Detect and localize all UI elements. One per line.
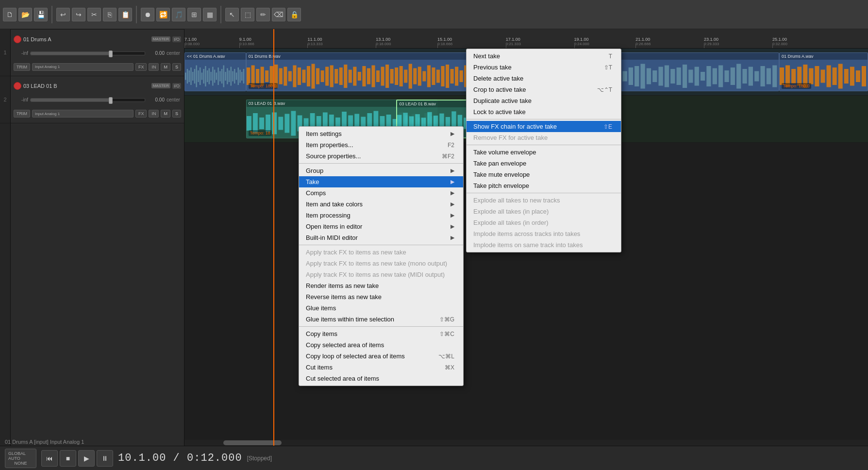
menu-item-apply-fx-mono: Apply track FX to items as new take (mon…	[299, 258, 463, 269]
menu-item-group-arrow: ▶	[451, 168, 454, 174]
menu-item-render-label: Render items as new take	[306, 282, 379, 289]
submenu-separator-1	[467, 119, 621, 119]
submenu-crop-take[interactable]: Crop to active take ⌥⌃T	[467, 84, 621, 95]
menu-item-processing[interactable]: Item processing ▶	[299, 210, 463, 221]
menu-item-glue-time-shortcut: ⇧⌘G	[439, 316, 454, 323]
menu-item-apply-fx: Apply track FX to items as new take	[299, 247, 463, 258]
submenu-pitch-env[interactable]: Take pitch envelope	[467, 180, 621, 191]
submenu-implode-same-label: Implode items on same track into takes	[473, 241, 583, 249]
menu-item-comps-label: Comps	[306, 189, 326, 197]
menu-item-colors-label: Item and take colors	[306, 201, 363, 208]
menu-item-open-editor[interactable]: Open items in editor ▶	[299, 221, 463, 232]
menu-item-cut-area[interactable]: Cut selected area of items	[299, 373, 463, 384]
submenu-explode-place: Explode all takes (in place)	[467, 206, 621, 217]
submenu-duplicate-take[interactable]: Duplicate active take	[467, 95, 621, 106]
menu-item-apply-fx-label: Apply track FX to items as new take	[306, 249, 406, 256]
menu-item-cut-items-label: Cut items	[306, 364, 333, 371]
submenu-vol-env[interactable]: Take volume envelope	[467, 147, 621, 158]
menu-item-copy-items-label: Copy items	[306, 330, 337, 337]
menu-item-copy-area[interactable]: Copy selected area of items	[299, 339, 463, 351]
menu-item-copy-area-label: Copy selected area of items	[306, 341, 384, 349]
submenu-explode-order-label: Explode all takes (in order)	[473, 219, 549, 226]
menu-item-midi-editor-arrow: ▶	[451, 235, 454, 241]
submenu-show-fx-shortcut: ⇧E	[603, 123, 612, 130]
submenu-pan-env-label: Take pan envelope	[473, 160, 526, 167]
submenu-duplicate-take-label: Duplicate active take	[473, 97, 532, 104]
menu-item-source-props-shortcut: ⌘F2	[442, 153, 454, 160]
submenu-implode-same: Implode items on same track into takes	[467, 239, 621, 251]
menu-item-properties-shortcut: F2	[448, 142, 454, 149]
menu-item-cut-items-shortcut: ⌘X	[445, 364, 454, 371]
menu-item-glue[interactable]: Glue items	[299, 302, 463, 314]
submenu-next-take[interactable]: Next take T	[467, 50, 621, 62]
menu-item-open-editor-arrow: ▶	[451, 223, 454, 230]
menu-item-glue-time-label: Glue items within time selection	[306, 316, 394, 323]
context-menu[interactable]: Item settings ▶ Item properties... F2 So…	[299, 126, 464, 386]
submenu-remove-fx: Remove FX for active take	[467, 132, 621, 143]
submenu-next-take-shortcut: T	[609, 53, 612, 60]
submenu-explode-new: Explode all takes to new tracks	[467, 195, 621, 206]
menu-item-colors-arrow: ▶	[451, 201, 454, 207]
submenu-delete-take[interactable]: Delete active take	[467, 73, 621, 84]
menu-item-take-label: Take	[306, 178, 319, 185]
menu-item-group[interactable]: Group ▶	[299, 165, 463, 176]
submenu-lock-take-label: Lock to active take	[473, 108, 526, 116]
menu-item-settings-label: Item settings	[306, 130, 342, 137]
menu-item-render[interactable]: Render items as new take	[299, 280, 463, 291]
menu-item-comps[interactable]: Comps ▶	[299, 187, 463, 199]
menu-item-midi-editor-label: Built-in MIDI editor	[306, 234, 358, 241]
menu-item-apply-fx-midi: Apply track FX to items as new take (MID…	[299, 269, 463, 280]
menu-item-settings[interactable]: Item settings ▶	[299, 128, 463, 139]
submenu-pitch-env-label: Take pitch envelope	[473, 182, 529, 189]
menu-item-copy-items-shortcut: ⇧⌘C	[439, 331, 454, 337]
menu-item-apply-fx-midi-label: Apply track FX to items as new take (MID…	[306, 271, 445, 278]
menu-item-copy-items[interactable]: Copy items ⇧⌘C	[299, 328, 463, 339]
menu-item-cut-area-label: Cut selected area of items	[306, 375, 379, 382]
submenu-crop-take-label: Crop to active take	[473, 86, 526, 93]
menu-separator-2	[299, 245, 463, 245]
menu-item-processing-label: Item processing	[306, 212, 351, 219]
menu-item-colors[interactable]: Item and take colors ▶	[299, 199, 463, 210]
menu-item-comps-arrow: ▶	[451, 190, 454, 196]
menu-item-glue-time[interactable]: Glue items within time selection ⇧⌘G	[299, 314, 463, 325]
menu-item-copy-loop[interactable]: Copy loop of selected area of items ⌥⌘L	[299, 351, 463, 362]
submenu-remove-fx-label: Remove FX for active take	[473, 134, 548, 141]
submenu-show-fx[interactable]: Show FX chain for active take ⇧E	[467, 121, 621, 132]
menu-item-open-editor-label: Open items in editor	[306, 223, 362, 230]
submenu-implode-across: Implode items across tracks into takes	[467, 228, 621, 239]
submenu-implode-across-label: Implode items across tracks into takes	[473, 230, 580, 237]
menu-item-take-arrow: ▶	[451, 179, 454, 185]
submenu-vol-env-label: Take volume envelope	[473, 149, 536, 156]
submenu-lock-take[interactable]: Lock to active take	[467, 106, 621, 118]
menu-item-glue-label: Glue items	[306, 304, 336, 312]
submenu-delete-take-label: Delete active take	[473, 75, 523, 82]
submenu-show-fx-label: Show FX chain for active take	[473, 123, 557, 130]
submenu-explode-new-label: Explode all takes to new tracks	[473, 197, 560, 204]
submenu-separator-3	[467, 193, 621, 193]
menu-item-reverse[interactable]: Reverse items as new take	[299, 291, 463, 302]
menu-item-properties[interactable]: Item properties... F2	[299, 139, 463, 151]
take-submenu[interactable]: Next take T Previous take ⇧T Delete acti…	[466, 49, 621, 252]
submenu-prev-take[interactable]: Previous take ⇧T	[467, 62, 621, 73]
menu-item-processing-arrow: ▶	[451, 212, 454, 218]
submenu-explode-place-label: Explode all takes (in place)	[473, 208, 549, 215]
submenu-prev-take-label: Previous take	[473, 64, 512, 71]
menu-separator-1	[299, 163, 463, 164]
menu-item-take[interactable]: Take ▶	[299, 176, 463, 187]
submenu-separator-2	[467, 145, 621, 145]
menu-item-source-props[interactable]: Source properties... ⌘F2	[299, 151, 463, 162]
submenu-prev-take-shortcut: ⇧T	[604, 64, 612, 71]
menu-separator-3	[299, 326, 463, 327]
menu-item-group-label: Group	[306, 167, 323, 174]
menu-item-cut-items[interactable]: Cut items ⌘X	[299, 362, 463, 373]
submenu-explode-order: Explode all takes (in order)	[467, 217, 621, 228]
submenu-crop-take-shortcut: ⌥⌃T	[597, 86, 612, 93]
submenu-mute-env-label: Take mute envelope	[473, 171, 530, 178]
menu-item-source-props-label: Source properties...	[306, 152, 361, 160]
menu-item-reverse-label: Reverse items as new take	[306, 293, 382, 301]
submenu-pan-env[interactable]: Take pan envelope	[467, 158, 621, 169]
menu-item-midi-editor[interactable]: Built-in MIDI editor ▶	[299, 232, 463, 243]
menu-item-copy-loop-shortcut: ⌥⌘L	[438, 353, 454, 360]
submenu-mute-env[interactable]: Take mute envelope	[467, 169, 621, 180]
context-menu-overlay: Item settings ▶ Item properties... F2 So…	[0, 0, 868, 470]
